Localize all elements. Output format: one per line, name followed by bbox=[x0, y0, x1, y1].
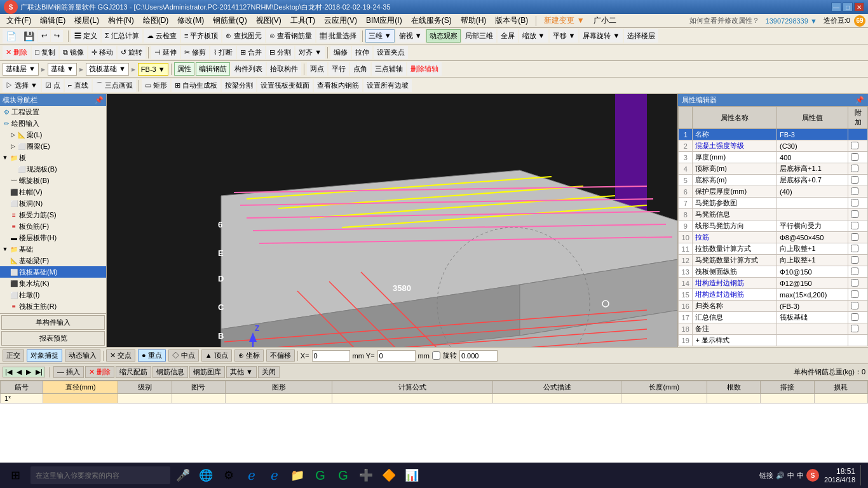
menu-component[interactable]: 构件(N) bbox=[104, 14, 138, 27]
coord-btn[interactable]: ⊕ 坐标 bbox=[234, 349, 264, 362]
new-btn[interactable]: 📄 bbox=[3, 29, 20, 43]
prop-row-extra[interactable] bbox=[848, 301, 868, 312]
move-btn[interactable]: ✛ 移动 bbox=[88, 46, 116, 59]
base-type-select[interactable]: 基础 ▼ bbox=[48, 63, 77, 76]
taskbar-g2[interactable]: G bbox=[333, 465, 353, 485]
view-rebar-btn[interactable]: ⊙ 查看钢筋量 bbox=[266, 29, 315, 43]
prop-row-extra[interactable] bbox=[848, 232, 868, 243]
undo-btn[interactable]: ↩ bbox=[38, 30, 50, 42]
split-beam-btn[interactable]: 按梁分割 bbox=[222, 79, 256, 92]
tree-item-beam[interactable]: ▷ 📐 梁(L) bbox=[0, 129, 106, 140]
menu-floor[interactable]: 楼层(L) bbox=[71, 14, 103, 27]
taskbar-plus[interactable]: ➕ bbox=[356, 465, 376, 485]
del-axis-btn[interactable]: 删除辅轴 bbox=[407, 62, 442, 76]
other-rebar-btn[interactable]: 其他 ▼ bbox=[226, 366, 257, 378]
tree-item-fnd-beam[interactable]: 📐 基础梁(F) bbox=[0, 255, 106, 266]
dynamic-input-btn[interactable]: 动态输入 bbox=[65, 349, 100, 362]
taskbar-folder[interactable]: 📁 bbox=[287, 465, 308, 485]
rebar-row[interactable]: 1* bbox=[1, 394, 868, 403]
prop-row-extra[interactable] bbox=[848, 243, 868, 255]
canvas-area[interactable]: 6 E D C B A1 3580 Z X Y bbox=[107, 94, 677, 347]
set-all-slope-btn[interactable]: 设置所有边坡 bbox=[363, 79, 412, 92]
edit-rebar-btn[interactable]: 编辑钢筋 bbox=[196, 62, 230, 76]
report-preview-btn[interactable]: 报表预览 bbox=[1, 331, 105, 346]
align-btn[interactable]: ≡ 平齐板顶 bbox=[181, 29, 221, 43]
single-comp-btn[interactable]: 单构件输入 bbox=[1, 315, 105, 330]
menu-cloud[interactable]: 云应用(V) bbox=[320, 14, 361, 27]
tree-item-draw[interactable]: ✏ 绘图输入 bbox=[0, 118, 106, 129]
menu-version[interactable]: 版本号(B) bbox=[491, 14, 532, 27]
beam-exp[interactable]: ▷ bbox=[9, 131, 17, 139]
comp-list-btn[interactable]: 构件列表 bbox=[231, 62, 266, 76]
tree-item-slab-rebar[interactable]: ≡ 板受力筋(S) bbox=[0, 209, 106, 220]
define-btn[interactable]: ☰ 定义 bbox=[71, 29, 100, 43]
base-layer-select[interactable]: 基础层 ▼ bbox=[3, 63, 39, 76]
find-btn[interactable]: ⊕ 查找图元 bbox=[222, 29, 264, 43]
mic-icon[interactable]: 🎤 bbox=[173, 465, 193, 485]
prop-row-extra[interactable] bbox=[848, 186, 868, 198]
select-btn[interactable]: ▷ 选择 ▼ bbox=[3, 79, 41, 92]
dynamic-obs-btn[interactable]: 动态观察 bbox=[426, 29, 461, 43]
panel-pin[interactable]: 📌 bbox=[95, 96, 104, 104]
tree-container[interactable]: ⚙ 工程设置 ✏ 绘图输入 ▷ 📐 梁(L) ▷ ⬜ 圈梁(E) bbox=[0, 106, 106, 313]
parallel-btn[interactable]: 平行 bbox=[329, 62, 349, 76]
align2-btn[interactable]: 对齐 ▼ bbox=[295, 46, 325, 59]
menu-help[interactable]: 帮助(H) bbox=[457, 14, 491, 27]
taskbar-ie[interactable]: 🌐 bbox=[196, 465, 216, 485]
y-input[interactable] bbox=[377, 350, 416, 362]
volume-icon[interactable]: 🔊 bbox=[776, 471, 785, 480]
no-offset-btn[interactable]: 不偏移 bbox=[266, 349, 295, 362]
cloud-check-btn[interactable]: ☁ 云检查 bbox=[144, 29, 180, 43]
arc-btn[interactable]: ⌒ 三点画弧 bbox=[93, 79, 136, 92]
prop-pin[interactable]: 📌 bbox=[855, 96, 864, 104]
menu-draw[interactable]: 绘图(D) bbox=[139, 14, 173, 27]
break-btn[interactable]: ⌇ 打断 bbox=[210, 46, 236, 59]
prop-row-extra[interactable] bbox=[848, 209, 868, 220]
prop-row-extra[interactable] bbox=[848, 163, 868, 175]
nav-next-end[interactable]: ▶| bbox=[36, 368, 43, 376]
floor-select-btn[interactable]: 选择楼层 bbox=[624, 29, 658, 43]
prop-row-extra[interactable] bbox=[848, 289, 868, 301]
tree-item-slab-hole[interactable]: ⬜ 板洞(N) bbox=[0, 198, 106, 209]
fnd-exp[interactable]: ▼ bbox=[1, 245, 9, 253]
set-cross-btn[interactable]: 设置筏板变截面 bbox=[257, 79, 313, 92]
slab-exp[interactable]: ▼ bbox=[1, 154, 9, 161]
nav-prev[interactable]: ◀ bbox=[17, 368, 22, 376]
tree-item-col-cap[interactable]: ⬛ 柱帽(V) bbox=[0, 186, 106, 198]
start-button[interactable]: ⊞ bbox=[3, 463, 28, 488]
merge-btn[interactable]: ⊞ 合并 bbox=[237, 46, 265, 59]
prop-row-extra[interactable] bbox=[848, 220, 868, 232]
line-btn[interactable]: ⌐ 直线 bbox=[65, 79, 91, 92]
rebar-info-btn[interactable]: 钢筋信息 bbox=[153, 366, 188, 378]
rotate2-btn[interactable]: ↺ 旋转 bbox=[118, 46, 146, 59]
taskbar-app1[interactable]: 📊 bbox=[402, 465, 422, 485]
tree-item-spiral-slab[interactable]: 〰 螺旋板(B) bbox=[0, 175, 106, 186]
notification-icon[interactable]: 69 bbox=[854, 15, 865, 27]
local-3d-btn[interactable]: 局部三维 bbox=[462, 29, 496, 43]
menu-view[interactable]: 视图(V) bbox=[252, 14, 285, 27]
rotate-input[interactable] bbox=[459, 350, 498, 362]
3d-btn[interactable]: 三维 ▼ bbox=[365, 29, 395, 43]
taskbar-orange[interactable]: 🔶 bbox=[379, 465, 399, 485]
search-input[interactable] bbox=[31, 466, 170, 484]
fb3-select[interactable]: FB-3 ▼ bbox=[138, 63, 168, 76]
rect-btn[interactable]: ▭ 矩形 bbox=[142, 79, 170, 92]
rebar-diameter-cell[interactable] bbox=[43, 394, 118, 403]
stretch-btn[interactable]: 拉伸 bbox=[352, 46, 372, 59]
delete-rebar-btn[interactable]: ✕ 删除 bbox=[85, 366, 114, 378]
desktop-btn[interactable] bbox=[860, 465, 865, 485]
copy-btn[interactable]: □ 复制 bbox=[32, 46, 58, 59]
midpoint-btn[interactable]: ● 重点 bbox=[138, 349, 166, 362]
prop-row-extra[interactable] bbox=[848, 266, 868, 278]
grip-btn[interactable]: 设置夹点 bbox=[374, 46, 408, 59]
maximize-button[interactable]: □ bbox=[843, 3, 853, 11]
tree-group-foundation[interactable]: ▼ 📁 基础 bbox=[0, 243, 106, 255]
prop-row-extra[interactable] bbox=[848, 198, 868, 209]
pan-btn[interactable]: 平移 ▼ bbox=[550, 29, 579, 43]
menu-service[interactable]: 在线服务(S) bbox=[407, 14, 456, 27]
snap-btn[interactable]: 对象捕捉 bbox=[27, 349, 62, 362]
batch-btn[interactable]: ▦ 批量选择 bbox=[316, 29, 360, 43]
prop-row-extra[interactable] bbox=[848, 152, 868, 163]
rebar-lib-btn[interactable]: 钢筋图库 bbox=[189, 366, 225, 378]
three-axis-btn[interactable]: 三点辅轴 bbox=[372, 62, 406, 76]
